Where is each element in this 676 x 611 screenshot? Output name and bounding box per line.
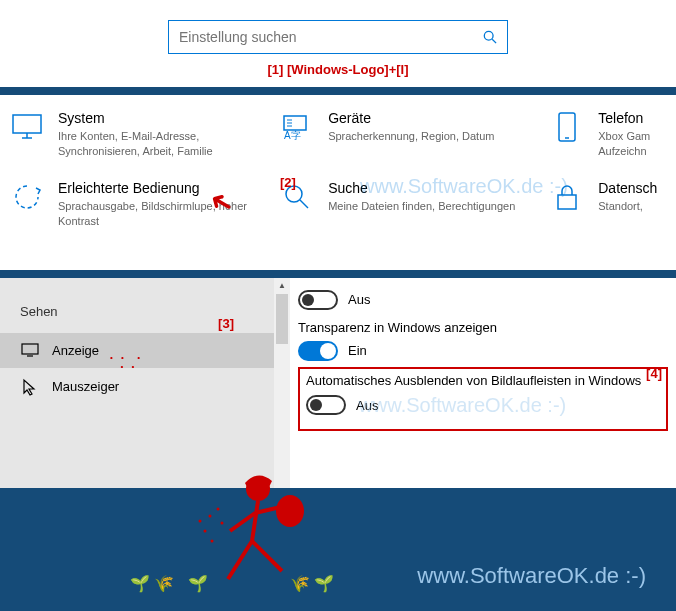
system-icon: [10, 110, 44, 144]
svg-point-26: [204, 530, 207, 533]
svg-point-28: [211, 540, 214, 543]
scroll-thumb[interactable]: [276, 294, 288, 344]
scroll-up-icon[interactable]: ▲: [274, 278, 290, 294]
settings-content: Aus Transparenz in Windows anzeigen Ein …: [290, 278, 676, 488]
sidebar-item-label: Mauszeiger: [52, 379, 119, 394]
annotation-3: [3]: [218, 316, 234, 331]
annotation-4: [4]: [646, 366, 662, 381]
display-icon: [20, 343, 40, 357]
svg-point-18: [276, 495, 304, 527]
svg-line-19: [252, 501, 258, 541]
svg-line-21: [252, 541, 282, 571]
sidebar-item-mauszeiger[interactable]: Mauszeiger: [0, 368, 290, 406]
setting-scrollbar-title: Automatisches Ausblenden von Bildlauflei…: [306, 373, 660, 388]
tile-title: Suche: [328, 180, 550, 196]
tile-title: Datensch: [598, 180, 666, 196]
tile-desc: Sprachausgabe, Bildschirmlupe, hoher Kon…: [58, 199, 280, 230]
sidebar-item-label: Anzeige: [52, 343, 99, 358]
tile-title: System: [58, 110, 280, 126]
sidebar-scrollbar[interactable]: ▲: [274, 278, 290, 488]
toggle-scrollbar[interactable]: [306, 395, 346, 415]
settings-search-box[interactable]: [168, 20, 508, 54]
toggle-transparency[interactable]: [298, 341, 338, 361]
toggle-label: Aus: [348, 292, 370, 307]
svg-point-25: [217, 508, 220, 511]
annotation-1: [1] [Windows-Logo]+[I]: [0, 62, 676, 77]
sidebar: Sehen [3] Anzeige • • • • • Mauszeiger ▲: [0, 278, 290, 488]
tile-desc: Meine Dateien finden, Berechtigungen: [328, 199, 550, 214]
highlight-scrollbar-setting: Automatisches Ausblenden von Bildlauflei…: [298, 367, 668, 431]
svg-rect-10: [559, 113, 575, 141]
svg-point-27: [221, 522, 224, 525]
svg-line-20: [228, 541, 252, 579]
privacy-icon: [550, 180, 584, 214]
tile-title: Geräte: [328, 110, 550, 126]
tile-erleichterte-bedienung[interactable]: Erleichterte Bedienung Sprachausgabe, Bi…: [10, 180, 280, 230]
cursor-icon: [20, 378, 40, 396]
watermark: www.SoftwareOK.de :-): [417, 563, 646, 589]
tile-desc: Spracherkennung, Region, Datum: [328, 129, 550, 144]
toggle-off-1[interactable]: [298, 290, 338, 310]
toggle-label: Ein: [348, 343, 367, 358]
grass-decoration: 🌱 🌾 🌱: [130, 574, 208, 593]
svg-rect-2: [13, 115, 41, 133]
svg-rect-15: [22, 344, 38, 354]
annotation-dots: • • • • •: [110, 353, 143, 371]
annotation-2: [2]: [280, 175, 296, 190]
watermark: www.SoftwareOK.de :-): [358, 394, 566, 417]
tile-title: Erleichterte Bedienung: [58, 180, 280, 196]
svg-rect-14: [558, 195, 576, 209]
svg-line-1: [492, 39, 496, 43]
sidebar-header: Sehen: [0, 296, 290, 333]
tile-system[interactable]: System Ihre Konten, E-Mail-Adresse, Sync…: [10, 110, 280, 160]
phone-icon: [550, 110, 584, 144]
svg-text:A字: A字: [284, 130, 301, 140]
tile-suche[interactable]: Suche Meine Dateien finden, Berechtigung…: [280, 180, 550, 230]
tile-desc: Ihre Konten, E-Mail-Adresse, Synchronisi…: [58, 129, 280, 160]
svg-line-13: [300, 200, 308, 208]
devices-icon: A字: [280, 110, 314, 144]
search-icon: [483, 30, 497, 44]
tile-desc: Standort,: [598, 199, 666, 214]
svg-line-23: [230, 513, 255, 531]
svg-point-0: [484, 31, 493, 40]
search-input[interactable]: [179, 29, 483, 45]
svg-point-29: [199, 520, 202, 523]
tile-geraete[interactable]: A字 Geräte Spracherkennung, Region, Datum: [280, 110, 550, 160]
tile-telefon[interactable]: Telefon Xbox Gam Aufzeichn: [550, 110, 666, 160]
svg-point-24: [209, 515, 212, 518]
sidebar-item-anzeige[interactable]: Anzeige: [0, 333, 290, 368]
tile-title: Telefon: [598, 110, 666, 126]
tile-datenschutz[interactable]: Datensch Standort,: [550, 180, 666, 230]
grass-decoration: 🌾 🌱: [290, 574, 334, 593]
tile-desc: Xbox Gam Aufzeichn: [598, 129, 666, 160]
ease-of-access-icon: [10, 180, 44, 214]
setting-transparency-title: Transparenz in Windows anzeigen: [298, 320, 668, 335]
